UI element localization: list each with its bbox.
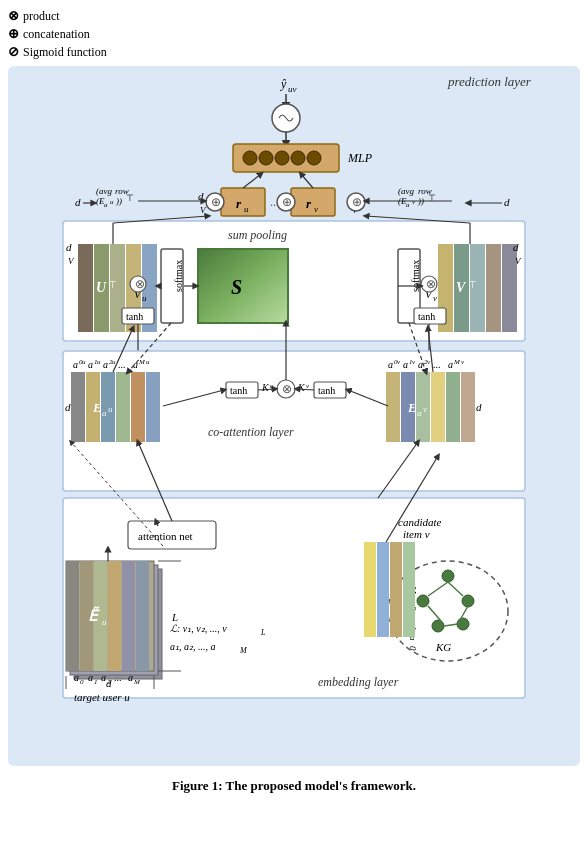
svg-text:M: M (133, 678, 141, 686)
svg-text:S: S (231, 276, 242, 298)
svg-text:a: a (74, 672, 79, 683)
svg-text:...: ... (118, 359, 126, 370)
svg-rect-67 (486, 244, 501, 332)
svg-text:1: 1 (94, 678, 98, 686)
svg-text:0: 0 (80, 678, 84, 686)
svg-text:⊕: ⊕ (352, 195, 362, 209)
svg-text:softmax: softmax (410, 260, 421, 292)
svg-text:⊤: ⊤ (468, 279, 477, 290)
svg-text:d: d (476, 401, 482, 413)
svg-rect-122 (146, 372, 160, 442)
svg-text:U: U (96, 280, 107, 295)
svg-text:M: M (138, 358, 146, 366)
svg-text:tanh: tanh (418, 311, 435, 322)
caption-text: Figure 1: The proposed model's framework… (172, 778, 416, 793)
svg-text:attention net: attention net (138, 530, 193, 542)
svg-rect-143 (431, 372, 445, 442)
svg-rect-121 (131, 372, 145, 442)
svg-text:⊗: ⊗ (282, 382, 292, 396)
svg-rect-16 (221, 188, 265, 216)
svg-point-12 (307, 151, 321, 165)
svg-text:d: d (198, 190, 204, 202)
legend-concat: ⊕ concatenation (8, 26, 580, 42)
svg-point-11 (291, 151, 305, 165)
svg-rect-233 (403, 542, 415, 637)
svg-rect-57 (78, 244, 93, 332)
svg-text:⊤: ⊤ (126, 193, 134, 203)
svg-text:u: u (110, 198, 114, 206)
svg-text:⊕: ⊕ (211, 195, 221, 209)
svg-text:⊗: ⊗ (426, 277, 436, 291)
svg-text:a: a (403, 359, 408, 370)
svg-text:a: a (103, 359, 108, 370)
svg-point-213 (457, 618, 469, 630)
svg-text:KG: KG (435, 641, 451, 653)
svg-text:M: M (239, 646, 248, 655)
svg-rect-179 (108, 561, 121, 671)
svg-rect-145 (461, 372, 475, 442)
svg-text:a: a (102, 408, 107, 418)
svg-text:(avg: (avg (96, 186, 112, 196)
svg-text:prediction layer: prediction layer (447, 74, 532, 89)
svg-text:a: a (448, 359, 453, 370)
svg-text:K: K (297, 382, 306, 393)
svg-text:ŷ: ŷ (280, 77, 287, 91)
svg-text:⊗: ⊗ (135, 277, 145, 291)
svg-text:u: u (108, 404, 113, 414)
svg-text:candidate: candidate (398, 516, 441, 528)
svg-rect-181 (136, 561, 149, 671)
svg-text:softmax: softmax (173, 260, 184, 292)
svg-rect-231 (377, 542, 389, 637)
svg-text:0: 0 (408, 646, 418, 651)
svg-point-10 (275, 151, 289, 165)
svg-rect-140 (386, 372, 400, 442)
svg-text:tanh: tanh (230, 385, 247, 396)
svg-rect-176 (66, 561, 79, 671)
svg-text:...: ... (433, 359, 441, 370)
svg-text:K: K (261, 382, 270, 393)
product-label: product (23, 9, 60, 24)
svg-text:item v: item v (403, 528, 430, 540)
svg-text:a: a (73, 359, 78, 370)
svg-text:MLP: MLP (347, 151, 373, 165)
svg-point-212 (432, 620, 444, 632)
main-container: ⊗ product ⊕ concatenation ⊘ Sigmoid func… (8, 8, 580, 794)
svg-text:tanh: tanh (126, 311, 143, 322)
svg-rect-180 (122, 561, 135, 671)
svg-text:u: u (102, 617, 107, 627)
svg-text:a: a (101, 672, 106, 683)
svg-rect-117 (71, 372, 85, 442)
concat-label: concatenation (23, 27, 90, 42)
svg-text:u: u (244, 204, 249, 214)
svg-text:⊤: ⊤ (108, 279, 117, 290)
svg-text:a: a (104, 201, 108, 209)
svg-rect-82 (198, 249, 288, 323)
svg-text:E: E (407, 400, 417, 415)
figure-caption: Figure 1: The proposed model's framework… (8, 778, 580, 794)
svg-text:embedding layer: embedding layer (318, 675, 399, 689)
svg-text:v: v (423, 404, 427, 414)
svg-text:)): )) (115, 196, 122, 206)
svg-text:d: d (513, 241, 519, 253)
svg-text:L: L (171, 611, 178, 623)
svg-text:a: a (388, 359, 393, 370)
svg-text:a: a (418, 359, 423, 370)
svg-text:v: v (314, 204, 318, 214)
svg-text:E: E (92, 400, 102, 415)
svg-text:d: d (65, 401, 71, 413)
svg-text:d: d (504, 196, 510, 208)
svg-text:a: a (88, 672, 93, 683)
svg-point-8 (243, 151, 257, 165)
svg-rect-232 (390, 542, 402, 637)
svg-text:co-attention layer: co-attention layer (208, 425, 294, 439)
svg-text:d: d (66, 241, 72, 253)
svg-text:2: 2 (107, 678, 111, 686)
svg-text:u: u (97, 358, 101, 366)
svg-text:M: M (453, 358, 461, 366)
svg-point-211 (462, 595, 474, 607)
svg-point-209 (442, 570, 454, 582)
svg-rect-120 (116, 372, 130, 442)
svg-rect-20 (291, 188, 335, 216)
svg-text:a₁, a₂, ..., a: a₁, a₂, ..., a (170, 641, 216, 652)
svg-text:ℒ: v₁, v₂, ..., v: ℒ: v₁, v₂, ..., v (170, 623, 227, 634)
